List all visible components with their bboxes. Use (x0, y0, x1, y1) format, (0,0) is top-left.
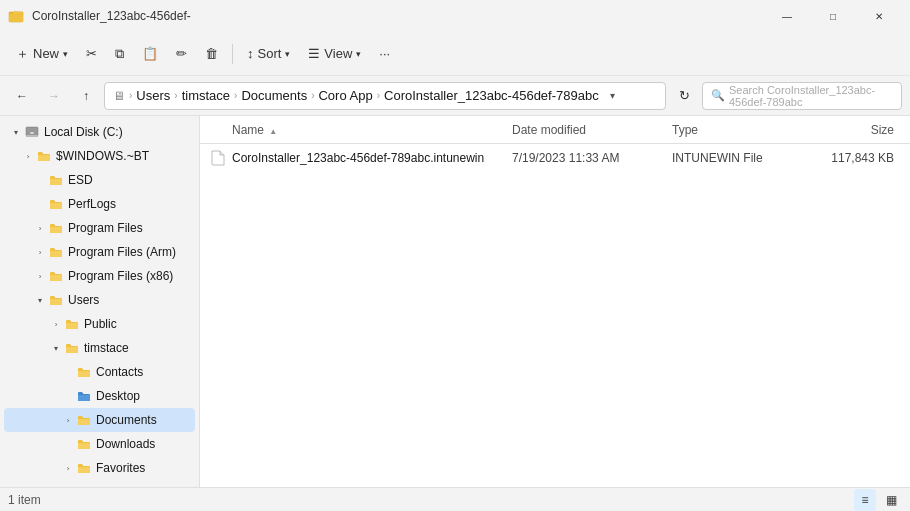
sidebar-item-timstace[interactable]: ▾timstace (4, 336, 195, 360)
delete-icon: 🗑 (205, 46, 218, 61)
tree-item-label: Favorites (96, 461, 145, 475)
view-dropdown-icon: ▾ (356, 49, 361, 59)
view-button[interactable]: ☰ View ▾ (300, 42, 369, 65)
column-size-header[interactable]: Size (802, 123, 902, 137)
tree-item-label: Desktop (96, 389, 140, 403)
paste-icon: 📋 (142, 46, 158, 61)
sidebar-item-program-files-arm[interactable]: ›Program Files (Arm) (4, 240, 195, 264)
breadcrumb-coro-app[interactable]: Coro App (318, 88, 372, 103)
toolbar-separator (232, 44, 233, 64)
main-content: ▾Local Disk (C:)›$WINDOWS.~BTESDPerfLogs… (0, 116, 910, 487)
new-button[interactable]: ＋ New ▾ (8, 41, 76, 67)
new-icon: ＋ (16, 45, 29, 63)
sidebar-item-local-disk-c[interactable]: ▾Local Disk (C:) (4, 120, 195, 144)
address-dropdown-icon[interactable]: ▾ (599, 82, 627, 110)
svg-rect-11 (50, 299, 62, 305)
folder-icon (76, 460, 92, 476)
more-button[interactable]: ··· (371, 42, 398, 65)
delete-button[interactable]: 🗑 (197, 42, 226, 65)
svg-rect-17 (78, 443, 90, 449)
sidebar-item-downloads[interactable]: Downloads (4, 432, 195, 456)
sidebar-item-program-files[interactable]: ›Program Files (4, 216, 195, 240)
sidebar-item-favorites[interactable]: ›Favorites (4, 456, 195, 480)
svg-rect-9 (50, 251, 62, 257)
sort-button[interactable]: ↕ Sort ▾ (239, 42, 298, 65)
breadcrumb-current[interactable]: CoroInstaller_123abc-456def-789abc (384, 88, 599, 103)
sidebar-item-public[interactable]: ›Public (4, 312, 195, 336)
breadcrumb-timstace[interactable]: timstace (182, 88, 230, 103)
refresh-button[interactable]: ↻ (670, 82, 698, 110)
tree-item-label: Downloads (96, 437, 155, 451)
svg-rect-13 (66, 347, 78, 353)
folder-icon (48, 172, 64, 188)
sidebar-item-users[interactable]: ▾Users (4, 288, 195, 312)
file-pane: Name ▲ Date modified Type Size CoroInsta… (200, 116, 910, 487)
navigation-pane: ▾Local Disk (C:)›$WINDOWS.~BTESDPerfLogs… (0, 116, 200, 487)
sidebar-item-esd[interactable]: ESD (4, 168, 195, 192)
column-name-header[interactable]: Name ▲ (208, 123, 512, 137)
column-type-header[interactable]: Type (672, 123, 802, 137)
sidebar-item-documents[interactable]: ›Documents (4, 408, 195, 432)
address-path[interactable]: 🖥 › Users › timstace › Documents › Coro … (104, 82, 666, 110)
minimize-button[interactable]: — (764, 0, 810, 32)
breadcrumb-documents[interactable]: Documents (241, 88, 307, 103)
sidebar-item-perflogs[interactable]: PerfLogs (4, 192, 195, 216)
cut-button[interactable]: ✂ (78, 42, 105, 65)
forward-button[interactable]: → (40, 82, 68, 110)
file-type: INTUNEWIN File (672, 151, 802, 165)
tiles-view-button[interactable]: ▦ (880, 489, 902, 511)
details-view-button[interactable]: ≡ (854, 489, 876, 511)
search-placeholder: Search CoroInstaller_123abc-456def-789ab… (729, 84, 893, 108)
column-date-header[interactable]: Date modified (512, 123, 672, 137)
expand-arrow-icon: ▾ (48, 336, 64, 360)
up-button[interactable]: ↑ (72, 82, 100, 110)
sort-arrow-icon: ▲ (269, 127, 277, 136)
expand-arrow-icon: ▾ (32, 288, 48, 312)
folder-icon (48, 220, 64, 236)
tree-item-label: timstace (84, 341, 129, 355)
paste-button[interactable]: 📋 (134, 42, 166, 65)
tree-item-label: Users (68, 293, 99, 307)
sidebar-item-desktop[interactable]: Desktop (4, 384, 195, 408)
close-button[interactable]: ✕ (856, 0, 902, 32)
copy-icon: ⧉ (115, 46, 124, 62)
svg-rect-14 (78, 371, 90, 377)
file-list-header: Name ▲ Date modified Type Size (200, 116, 910, 144)
expand-arrow-icon: › (32, 264, 48, 288)
tree-item-label: Program Files (Arm) (68, 245, 176, 259)
address-bar: ← → ↑ 🖥 › Users › timstace › Documents ›… (0, 76, 910, 116)
sidebar-item-windows-bt[interactable]: ›$WINDOWS.~BT (4, 144, 195, 168)
svg-rect-16 (78, 419, 90, 425)
sidebar-item-program-files-x86[interactable]: ›Program Files (x86) (4, 264, 195, 288)
folder-icon (76, 412, 92, 428)
folder-icon (64, 316, 80, 332)
details-view-icon: ≡ (861, 493, 868, 507)
view-icon: ☰ (308, 46, 320, 61)
svg-point-3 (30, 132, 34, 134)
tiles-view-icon: ▦ (886, 493, 897, 507)
folder-icon (76, 436, 92, 452)
toolbar: ＋ New ▾ ✂ ⧉ 📋 ✏ 🗑 ↕ Sort ▾ ☰ View ▾ ··· (0, 32, 910, 76)
refresh-icon: ↻ (679, 88, 690, 103)
new-label: New (33, 46, 59, 61)
sidebar-item-contacts[interactable]: Contacts (4, 360, 195, 384)
expand-arrow-icon: › (32, 240, 48, 264)
expand-arrow-icon: › (48, 312, 64, 336)
breadcrumb: 🖥 › Users › timstace › Documents › Coro … (113, 88, 599, 103)
rename-button[interactable]: ✏ (168, 42, 195, 65)
folder-icon (48, 268, 64, 284)
expand-arrow-icon: › (60, 408, 76, 432)
maximize-button[interactable]: □ (810, 0, 856, 32)
expand-arrow-icon: ▾ (8, 120, 24, 144)
search-box[interactable]: 🔍 Search CoroInstaller_123abc-456def-789… (702, 82, 902, 110)
sort-dropdown-icon: ▾ (285, 49, 290, 59)
copy-button[interactable]: ⧉ (107, 42, 132, 66)
tree-item-label: ESD (68, 173, 93, 187)
table-row[interactable]: CoroInstaller_123abc-456def-789abc.intun… (200, 144, 910, 172)
breadcrumb-users[interactable]: Users (136, 88, 170, 103)
tree-item-label: Documents (96, 413, 157, 427)
new-dropdown-icon: ▾ (63, 49, 68, 59)
svg-rect-18 (78, 467, 90, 473)
file-size: 117,843 KB (802, 151, 902, 165)
back-button[interactable]: ← (8, 82, 36, 110)
